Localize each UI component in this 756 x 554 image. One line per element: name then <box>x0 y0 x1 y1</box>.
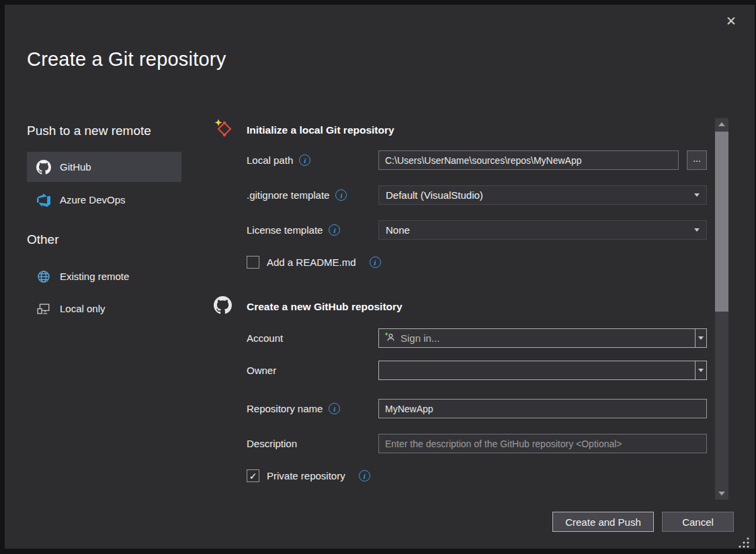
add-readme-label: Add a README.md <box>267 257 356 268</box>
account-dropdown-arrow[interactable] <box>695 329 706 347</box>
local-path-input[interactable] <box>378 150 679 170</box>
new-repository-icon <box>213 118 233 141</box>
chevron-down-icon <box>698 336 704 340</box>
license-template-dropdown[interactable]: None <box>378 220 707 240</box>
license-label-row: License template i <box>247 220 340 240</box>
repository-name-label: Repository name <box>247 403 323 414</box>
sign-in-icon <box>384 332 395 344</box>
info-icon[interactable]: i <box>329 224 340 236</box>
license-template-label: License template <box>247 224 323 236</box>
sidebar-item-existing-remote[interactable]: Existing remote <box>27 261 181 291</box>
vertical-scrollbar[interactable] <box>715 118 728 500</box>
window-edge <box>0 0 756 5</box>
info-icon[interactable]: i <box>335 189 347 201</box>
local-path-label: Local path <box>247 154 293 166</box>
globe-icon <box>36 270 51 283</box>
scroll-up-icon[interactable] <box>715 118 728 130</box>
info-icon[interactable]: i <box>370 257 381 268</box>
private-checkbox-row: ✓ Private repository i <box>247 469 370 482</box>
description-label: Description <box>247 438 297 449</box>
owner-label-row: Owner <box>247 361 276 380</box>
triangle-up <box>718 122 725 126</box>
info-icon[interactable]: i <box>329 403 340 414</box>
add-readme-checkbox[interactable] <box>247 256 259 269</box>
cancel-button[interactable]: Cancel <box>662 512 734 532</box>
repository-name-input[interactable] <box>378 399 707 418</box>
readme-checkbox-row: Add a README.md i <box>247 256 381 269</box>
sidebar-item-azure-devops-label: Azure DevOps <box>60 194 126 205</box>
scrollbar-thumb[interactable] <box>715 132 728 312</box>
chevron-down-icon <box>694 228 700 232</box>
owner-combobox[interactable] <box>378 361 707 380</box>
gitignore-template-value: Default (VisualStudio) <box>386 189 694 201</box>
chevron-down-icon <box>698 369 704 372</box>
github-section-icon <box>214 296 232 317</box>
gitignore-template-dropdown[interactable]: Default (VisualStudio) <box>378 185 707 205</box>
github-icon <box>36 160 51 175</box>
window-edge <box>0 0 5 554</box>
sidebar-item-existing-remote-label: Existing remote <box>60 271 129 282</box>
browse-button[interactable]: ... <box>687 150 707 170</box>
info-icon[interactable]: i <box>299 154 310 166</box>
window-edge <box>0 549 756 554</box>
sidebar-item-github-label: GitHub <box>60 161 91 173</box>
repository-name-label-row: Repository name i <box>247 399 340 418</box>
sidebar-heading-push-remote: Push to a new remote <box>27 124 151 138</box>
chevron-down-icon <box>694 193 700 197</box>
account-combobox[interactable]: Sign in... <box>378 328 707 348</box>
gitignore-label-row: .gitignore template i <box>247 185 347 205</box>
resize-grip[interactable] <box>737 535 751 553</box>
azure-devops-icon <box>36 193 51 207</box>
dialog-title: Create a Git repository <box>27 48 226 71</box>
info-icon[interactable]: i <box>359 470 370 481</box>
create-and-push-button[interactable]: Create and Push <box>552 512 654 532</box>
triangle-down <box>718 492 725 496</box>
license-template-value: None <box>386 224 694 236</box>
private-repository-checkbox[interactable]: ✓ <box>247 469 259 482</box>
computer-icon <box>36 302 51 316</box>
gitignore-template-label: .gitignore template <box>247 189 329 201</box>
description-input[interactable] <box>378 434 707 453</box>
init-section-heading: Initialize a local Git repository <box>247 124 394 136</box>
account-label: Account <box>247 332 283 344</box>
sidebar-item-github[interactable]: GitHub <box>27 152 181 182</box>
sidebar-item-local-only-label: Local only <box>60 303 106 314</box>
description-label-row: Description <box>247 434 297 453</box>
owner-dropdown-arrow[interactable] <box>695 361 706 379</box>
account-label-row: Account <box>247 328 283 348</box>
sidebar-item-azure-devops[interactable]: Azure DevOps <box>27 185 181 215</box>
scroll-down-icon[interactable] <box>715 488 728 500</box>
close-icon[interactable]: ✕ <box>722 12 741 30</box>
local-path-label-row: Local path i <box>247 150 310 170</box>
sidebar-item-local-only[interactable]: Local only <box>27 293 181 324</box>
sidebar-heading-other: Other <box>27 232 59 247</box>
owner-label: Owner <box>247 365 276 376</box>
private-repository-label: Private repository <box>267 470 345 481</box>
account-value: Sign in... <box>401 332 439 344</box>
github-section-heading: Create a new GitHub repository <box>247 301 403 313</box>
